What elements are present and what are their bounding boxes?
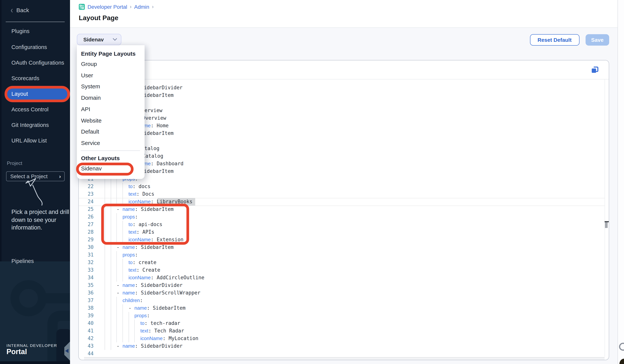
line-number: 31 bbox=[79, 251, 94, 259]
dropdown-option-user[interactable]: User bbox=[81, 72, 141, 78]
code-line-text: to: api-docs bbox=[105, 221, 162, 228]
code-line-text: iconName: Extension bbox=[105, 236, 183, 244]
code-line-28: 28 text: APIs bbox=[79, 228, 609, 236]
code-line-29: 29 iconName: Extension bbox=[79, 236, 609, 244]
breadcrumb-link-developer-portal[interactable]: Developer Portal bbox=[87, 4, 127, 10]
layout-select-dropdown: Entity Page LayoutsGroupUserSystemDomain… bbox=[77, 45, 145, 179]
code-line-text: children: bbox=[105, 297, 143, 304]
back-button[interactable]: ‹ Back bbox=[11, 6, 29, 13]
project-empty-hint: Pick a project and drill down to see you… bbox=[11, 208, 70, 232]
code-line-40: 40 to: tech-radar bbox=[79, 319, 609, 327]
code-line-10: 10 - name: SidebarItem bbox=[79, 91, 609, 99]
line-number: 35 bbox=[79, 282, 94, 289]
line-number: 41 bbox=[79, 327, 94, 335]
code-line-30: 30 - name: SidebarItem bbox=[79, 244, 609, 251]
sidebar-item-oauth-configurations[interactable]: OAuth Configurations bbox=[0, 56, 70, 69]
dropdown-option-website[interactable]: Website bbox=[81, 117, 141, 123]
line-number: 29 bbox=[79, 236, 94, 244]
code-line-text: text: Tech Radar bbox=[105, 327, 184, 335]
sidebar-item-pipelines[interactable]: Pipelines bbox=[0, 254, 70, 267]
breadcrumb-separator-icon: › bbox=[130, 4, 132, 9]
line-number: 44 bbox=[79, 350, 94, 358]
code-line-text: props: bbox=[105, 213, 138, 221]
dropdown-option-default[interactable]: Default bbox=[81, 128, 141, 135]
dropdown-option-system[interactable]: System bbox=[81, 83, 141, 90]
sidebar-footer-strip bbox=[0, 361, 70, 364]
code-line-text: - name: SidebarDivider bbox=[105, 342, 182, 350]
code-line-18: 18 text: Catalog bbox=[79, 152, 609, 160]
admin-sidebar: ‹ Back PluginsConfigurationsOAuth Config… bbox=[0, 0, 70, 364]
code-line-19: 19 iconName: Dashboard bbox=[79, 160, 609, 168]
code-line-22: 22 to: docs bbox=[79, 183, 609, 190]
dropdown-option-sidenav[interactable]: Sidenav bbox=[81, 165, 141, 171]
dropdown-section-header: Entity Page Layouts bbox=[81, 50, 136, 57]
code-line-34: 34 iconName: AddCircleOutline bbox=[79, 274, 609, 282]
sidebar-item-git-integrations[interactable]: Git Integrations bbox=[0, 118, 70, 131]
page-scrollbar-gutter[interactable] bbox=[617, 0, 624, 364]
code-line-9: 9 - name: SidebarDivider bbox=[79, 84, 609, 91]
code-line-12: 12 to: overview bbox=[79, 107, 609, 114]
sidebar-item-plugins[interactable]: Plugins bbox=[0, 25, 70, 37]
editor-scroll-gutter bbox=[604, 79, 605, 357]
code-line-21: 21 props: bbox=[79, 175, 609, 183]
reset-default-button[interactable]: Reset Default bbox=[530, 34, 579, 46]
code-line-25: 25 - name: SidebarItem bbox=[79, 205, 609, 213]
code-line-24: 24 iconName: LibraryBooks bbox=[79, 198, 609, 205]
chevron-left-icon: ‹ bbox=[11, 5, 13, 14]
line-number: 28 bbox=[79, 228, 94, 236]
line-number: 25 bbox=[79, 205, 94, 213]
page-title: Layout Page bbox=[79, 14, 118, 22]
dropdown-divider bbox=[81, 150, 140, 151]
code-line-text: text: Create bbox=[105, 266, 160, 274]
code-line-35: 35 - name: SidebarDivider bbox=[79, 282, 609, 289]
code-line-32: 32 to: create bbox=[79, 259, 609, 266]
brand-line-1: INTERNAL DEVELOPER bbox=[6, 343, 57, 348]
code-line-text: props: bbox=[105, 312, 150, 319]
code-line-text: iconName: AddCircleOutline bbox=[105, 274, 204, 282]
dropdown-option-api[interactable]: API bbox=[81, 106, 141, 112]
code-line-text: text: APIs bbox=[105, 228, 154, 236]
code-line-23: 23 text: Docs bbox=[79, 190, 609, 198]
code-line-text: - name: SidebarItem bbox=[105, 304, 185, 312]
layout-type-select[interactable]: Sidenav bbox=[77, 34, 121, 45]
vertical-scrollbar-thumb[interactable] bbox=[605, 222, 607, 228]
project-section-label: Project bbox=[7, 160, 22, 166]
line-number: 39 bbox=[79, 312, 94, 319]
copy-icon[interactable] bbox=[591, 66, 599, 74]
collapse-toggle-icon[interactable] bbox=[63, 341, 70, 362]
breadcrumb-link-admin[interactable]: Admin bbox=[134, 4, 149, 10]
code-line-text: text: Docs bbox=[105, 190, 154, 198]
line-number: 23 bbox=[79, 190, 94, 198]
dropdown-option-domain[interactable]: Domain bbox=[81, 94, 141, 101]
breadcrumb-separator-icon: › bbox=[152, 4, 154, 9]
line-number: 24 bbox=[79, 198, 94, 205]
code-line-27: 27 to: api-docs bbox=[79, 221, 609, 228]
code-line-17: 17 to: catalog bbox=[79, 145, 609, 152]
viewport-scaler: ‹ Back PluginsConfigurationsOAuth Config… bbox=[0, 0, 624, 364]
code-line-42: 42 iconName: MyLocation bbox=[79, 335, 609, 342]
code-line-36: 36 - name: SidebarScrollWrapper bbox=[79, 289, 609, 297]
brand-line-2: Portal bbox=[6, 348, 27, 356]
horizontal-scrollbar-track[interactable] bbox=[84, 357, 605, 360]
dropdown-option-service[interactable]: Service bbox=[81, 140, 141, 146]
line-number: 43 bbox=[79, 342, 94, 350]
code-line-13: 13 text: Overview bbox=[79, 114, 609, 122]
pipelines-label: Pipelines bbox=[11, 258, 34, 264]
line-number: 38 bbox=[79, 304, 94, 312]
code-line-43: 43 - name: SidebarDivider bbox=[79, 342, 609, 350]
sidebar-item-access-control[interactable]: Access Control bbox=[0, 103, 70, 116]
chevron-down-icon bbox=[112, 38, 117, 41]
code-line-26: 26 props: bbox=[79, 213, 609, 221]
sidebar-item-layout[interactable]: Layout bbox=[0, 88, 70, 100]
sidebar-item-scorecards[interactable]: Scorecards bbox=[0, 72, 70, 85]
sidebar-item-configurations[interactable]: Configurations bbox=[0, 41, 70, 53]
save-button[interactable]: Save bbox=[586, 34, 609, 46]
line-number: 32 bbox=[79, 259, 94, 266]
sidebar-item-url-allow-list[interactable]: URL Allow List bbox=[0, 134, 70, 147]
developer-portal-logo-icon bbox=[79, 4, 85, 10]
code-line-37: 37 children: bbox=[79, 297, 609, 304]
line-number: 40 bbox=[79, 319, 94, 327]
line-number: 30 bbox=[79, 244, 94, 251]
dropdown-option-group[interactable]: Group bbox=[81, 61, 141, 67]
breadcrumb: Developer Portal › Admin › bbox=[79, 3, 154, 10]
